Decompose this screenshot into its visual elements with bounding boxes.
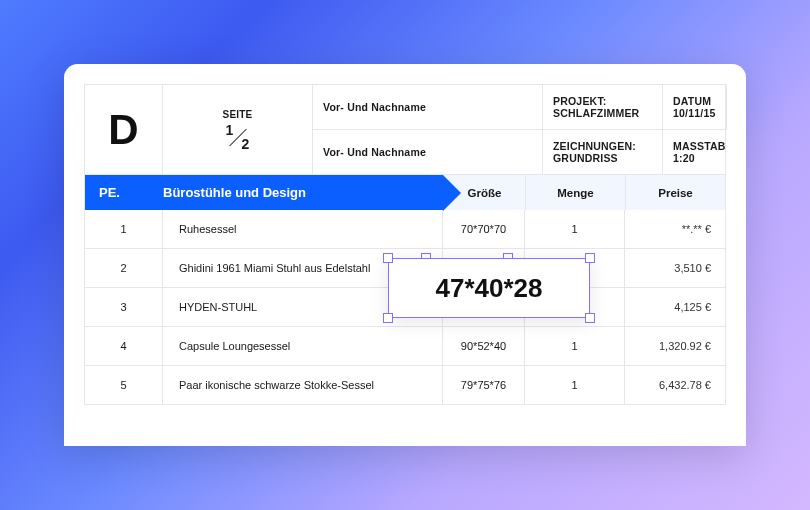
document-card: D Vor- Und Nachname PROJEKT: SCHLAFZIMME… [64, 64, 746, 446]
callout-handle-tl[interactable] [383, 253, 393, 263]
callout-handle-tr[interactable] [585, 253, 595, 263]
cell-size[interactable]: 79*75*76 [443, 366, 525, 404]
header-datum: DATUM 10/11/15 [663, 85, 727, 129]
zoom-callout[interactable]: 47*40*28 [388, 258, 590, 318]
callout-handle-br[interactable] [585, 313, 595, 323]
cell-price: 3,510 € [625, 249, 725, 287]
table-row: 4Capsule Loungesessel90*52*4011,320.92 € [84, 327, 726, 366]
header-name-1: Vor- Und Nachname [313, 85, 543, 129]
col-qty: Menge [525, 175, 625, 210]
cell-price: 4,125 € [625, 288, 725, 326]
col-price: Preise [625, 175, 725, 210]
cell-index: 2 [85, 249, 163, 287]
seite-label: SEITE [223, 109, 253, 120]
table-title: Bürostühle und Design [163, 175, 443, 210]
header-projekt: PROJEKT: SCHLAFZIMMER [543, 85, 663, 129]
col-pe: PE. [85, 175, 163, 210]
zoom-callout-text: 47*40*28 [436, 273, 543, 304]
cell-index: 1 [85, 210, 163, 248]
cell-price: 6,432.78 € [625, 366, 725, 404]
cell-name: Paar ikonische schwarze Stokke-Sessel [163, 366, 443, 404]
header-seite: SEITE 1 2 [163, 85, 313, 174]
cell-index: 4 [85, 327, 163, 365]
document-header: D Vor- Und Nachname PROJEKT: SCHLAFZIMME… [84, 84, 726, 175]
cell-index: 3 [85, 288, 163, 326]
table-row: 5Paar ikonische schwarze Stokke-Sessel79… [84, 366, 726, 405]
cell-qty: 1 [525, 327, 625, 365]
cell-index: 5 [85, 366, 163, 404]
page-current: 1 [226, 122, 234, 138]
header-zeichnungen: ZEICHNUNGEN: GRUNDRISS [543, 129, 663, 174]
cell-size[interactable]: 70*70*70 [443, 210, 525, 248]
page-fraction: 1 2 [224, 124, 252, 150]
cell-name: Ruhesessel [163, 210, 443, 248]
logo: D [85, 85, 163, 174]
callout-handle-bl[interactable] [383, 313, 393, 323]
cell-name: Capsule Loungesessel [163, 327, 443, 365]
cell-qty: 1 [525, 210, 625, 248]
page-total: 2 [242, 136, 250, 152]
header-name-2: Vor- Und Nachname [313, 129, 543, 174]
cell-price: **.** € [625, 210, 725, 248]
header-masstab: MASSTAB 1:20 [663, 129, 727, 174]
cell-price: 1,320.92 € [625, 327, 725, 365]
table-header-row: PE. Bürostühle und Design Größe Menge Pr… [84, 175, 726, 210]
table-row: 1Ruhesessel70*70*701**.** € [84, 210, 726, 249]
cell-qty: 1 [525, 366, 625, 404]
cell-size[interactable]: 90*52*40 [443, 327, 525, 365]
